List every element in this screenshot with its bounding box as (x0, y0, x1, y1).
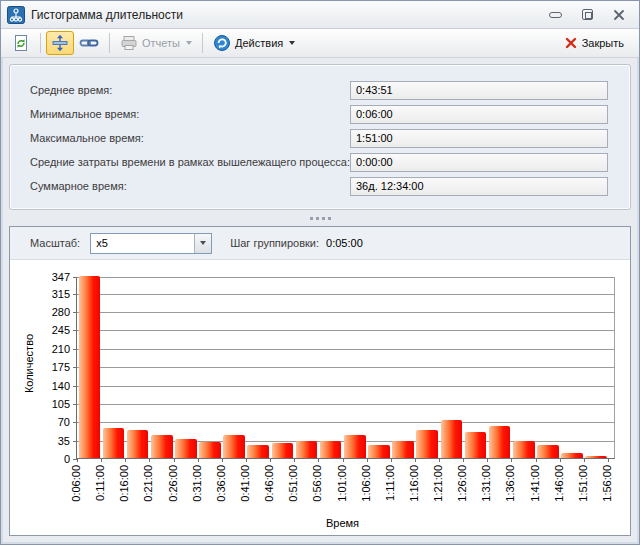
x-tick-label: 0:51:00 (287, 465, 300, 502)
x-tick-mark (415, 458, 416, 462)
y-gridline (77, 367, 614, 368)
histogram-bar (465, 432, 487, 458)
splitter-grip-dot (322, 217, 325, 220)
stat-row: Минимальное время:0:06:00 (30, 102, 608, 126)
splitter-grip-dot (316, 217, 319, 220)
stat-label: Средние затраты времени в рамках вышележ… (30, 156, 350, 168)
scale-dropdown-button[interactable] (194, 234, 211, 253)
stat-value-field: 0:06:00 (350, 105, 608, 124)
stat-value-field: 36д. 12:34:00 (350, 177, 608, 196)
y-tick-label: 105 (52, 398, 70, 410)
reports-button[interactable]: Отчеты (115, 31, 197, 55)
x-tick-mark (222, 458, 223, 462)
app-org-chart-icon (7, 6, 25, 24)
y-tick-label: 35 (58, 435, 70, 447)
y-tick-label: 0 (64, 453, 70, 465)
minimize-button[interactable] (547, 8, 563, 22)
histogram-bar (151, 435, 173, 458)
close-icon (613, 9, 625, 21)
x-tick-mark (463, 458, 464, 462)
maximize-button[interactable] (579, 8, 595, 22)
x-tick-mark (439, 458, 440, 462)
x-tick-mark (270, 458, 271, 462)
y-tick-label: 210 (52, 343, 70, 355)
histogram-bar (103, 428, 125, 458)
link-button[interactable] (74, 31, 104, 55)
refresh-button[interactable] (7, 31, 35, 55)
actions-label: Действия (235, 37, 283, 49)
chart-controls-row: Масштаб: x5 Шаг группировки: 0:05:00 (10, 227, 630, 260)
histogram-bar (175, 439, 197, 458)
x-tick-label: 0:21:00 (142, 465, 155, 502)
x-tick-label: 1:36:00 (504, 465, 517, 502)
close-window-button[interactable] (611, 8, 627, 22)
statistics-panel: Среднее время:0:43:51Минимальное время:0… (9, 64, 631, 210)
x-tick-label: 1:16:00 (408, 465, 421, 502)
x-tick-mark (77, 458, 78, 462)
histogram-bar (416, 430, 438, 458)
window-buttons (547, 8, 631, 22)
toolbar-separator (202, 33, 203, 53)
y-tick-label: 347 (52, 271, 70, 283)
close-button[interactable]: Закрыть (556, 31, 633, 55)
x-tick-mark (125, 458, 126, 462)
scale-label: Масштаб: (30, 237, 80, 249)
y-tick-mark (73, 386, 77, 387)
red-x-icon (565, 37, 577, 49)
stat-label: Минимальное время: (30, 108, 350, 120)
x-tick-label: 0:31:00 (191, 465, 204, 502)
histogram-plot: 035701051401752102452803153470:06:000:11… (76, 277, 615, 459)
dialog-window: Гистограмма длительности (0, 0, 640, 545)
y-tick-mark (73, 330, 77, 331)
x-tick-mark (536, 458, 537, 462)
stat-value-field: 0:43:51 (350, 81, 608, 100)
toggle-splitter-button[interactable] (46, 31, 74, 55)
x-tick-label: 1:06:00 (360, 465, 373, 502)
x-tick-mark (367, 458, 368, 462)
reports-label: Отчеты (142, 37, 180, 49)
x-tick-label: 1:41:00 (529, 465, 542, 502)
y-tick-label: 140 (52, 380, 70, 392)
x-tick-label: 1:01:00 (336, 465, 349, 502)
y-gridline (77, 294, 614, 295)
x-tick-label: 1:11:00 (384, 465, 397, 501)
x-tick-mark (198, 458, 199, 462)
minimize-icon (549, 12, 562, 18)
histogram-bar (344, 435, 366, 458)
x-tick-label: 1:26:00 (456, 465, 469, 502)
chain-link-icon (79, 34, 99, 52)
chart-area: Количество 03570105140175210245280315347… (10, 260, 630, 535)
stat-row: Среднее время:0:43:51 (30, 78, 608, 102)
y-tick-mark (73, 441, 77, 442)
x-tick-mark (101, 458, 102, 462)
grouping-step-label: Шаг группировки: (230, 237, 319, 249)
x-tick-mark (487, 458, 488, 462)
x-tick-label: 0:16:00 (118, 465, 131, 502)
x-tick-mark (584, 458, 585, 462)
stats-rows: Среднее время:0:43:51Минимальное время:0… (30, 78, 608, 198)
y-gridline (77, 404, 614, 405)
stat-value-field: 1:51:00 (350, 129, 608, 148)
histogram-panel: Масштаб: x5 Шаг группировки: 0:05:00 Кол… (9, 226, 631, 536)
title-bar: Гистограмма длительности (1, 1, 639, 29)
stat-row: Максимальное время:1:51:00 (30, 126, 608, 150)
histogram-bar (199, 442, 221, 458)
histogram-bar (537, 445, 559, 458)
y-gridline (77, 312, 614, 313)
histogram-bar (585, 456, 607, 458)
histogram-bar (272, 443, 294, 458)
y-tick-label: 175 (52, 361, 70, 373)
actions-icon (213, 34, 231, 52)
toolbar-separator (40, 33, 41, 53)
actions-button[interactable]: Действия (208, 31, 300, 55)
stat-row: Суммарное время:36д. 12:34:00 (30, 174, 608, 198)
scale-combobox[interactable]: x5 (90, 233, 212, 254)
stat-label: Максимальное время: (30, 132, 350, 144)
splitter-handle[interactable] (1, 210, 639, 226)
reports-dropdown-icon (186, 41, 192, 45)
y-gridline (77, 277, 614, 278)
y-tick-mark (73, 277, 77, 278)
x-tick-mark (560, 458, 561, 462)
y-tick-mark (73, 422, 77, 423)
x-tick-label: 0:56:00 (311, 465, 324, 502)
